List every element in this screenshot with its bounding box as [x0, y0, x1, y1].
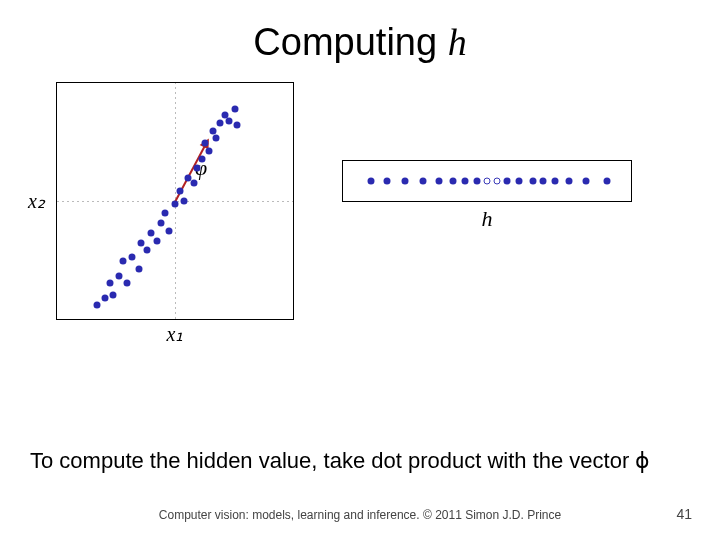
projection-point: [420, 178, 427, 185]
projection-box: [342, 160, 632, 202]
projection-point: [474, 178, 481, 185]
scatter-point: [162, 210, 169, 217]
scatter-point: [172, 201, 179, 208]
scatter-point: [232, 106, 239, 113]
scatter-point: [213, 135, 220, 142]
scatter-point: [206, 148, 213, 155]
scatter-point: [234, 122, 241, 129]
scatter-point: [210, 128, 217, 135]
scatter-point: [102, 295, 109, 302]
projection-point: [530, 178, 537, 185]
projection-point: [436, 178, 443, 185]
caption: To compute the hidden value, take dot pr…: [0, 448, 720, 474]
page-number: 41: [676, 506, 692, 522]
scatter-plot: φ x₂ x₁: [56, 82, 294, 320]
content-row: φ x₂ x₁ h: [0, 82, 720, 320]
scatter-point: [144, 247, 151, 254]
scatter-point: [107, 280, 114, 287]
scatter-point: [217, 120, 224, 127]
scatter-point: [94, 302, 101, 309]
scatter-point: [202, 140, 209, 147]
scatter-point: [199, 156, 206, 163]
caption-text: To compute the hidden value, take dot pr…: [30, 448, 635, 473]
scatter-point: [194, 165, 201, 172]
scatter-point: [158, 220, 165, 227]
scatter-point: [154, 238, 161, 245]
projection-plot: h: [342, 160, 632, 202]
projection-point: [450, 178, 457, 185]
scatter-point: [191, 180, 198, 187]
scatter-point: [226, 118, 233, 125]
scatter-point: [116, 273, 123, 280]
projection-label: h: [482, 206, 493, 232]
projection-point: [566, 178, 573, 185]
projection-point: [368, 178, 375, 185]
scatter-point: [120, 258, 127, 265]
y-axis-label: x₂: [28, 189, 45, 213]
projection-point: [504, 178, 511, 185]
projection-point: [484, 178, 491, 185]
projection-point: [462, 178, 469, 185]
scatter-point: [138, 240, 145, 247]
scatter-point: [148, 230, 155, 237]
scatter-box: φ: [56, 82, 294, 320]
scatter-point: [181, 198, 188, 205]
projection-point: [384, 178, 391, 185]
scatter-point: [110, 292, 117, 299]
scatter-point: [129, 254, 136, 261]
scatter-point: [124, 280, 131, 287]
scatter-point: [166, 228, 173, 235]
scatter-point: [136, 266, 143, 273]
title-var-h: h: [448, 21, 467, 63]
caption-phi: ϕ: [635, 448, 650, 473]
projection-point: [402, 178, 409, 185]
projection-point: [516, 178, 523, 185]
projection-point: [540, 178, 547, 185]
title-text: Computing: [253, 21, 447, 63]
projection-point: [604, 178, 611, 185]
scatter-point: [177, 188, 184, 195]
projection-point: [552, 178, 559, 185]
projection-point: [583, 178, 590, 185]
x-axis-label: x₁: [167, 322, 184, 346]
slide-title: Computing h: [0, 20, 720, 64]
projection-point: [494, 178, 501, 185]
footer-text: Computer vision: models, learning and in…: [0, 508, 720, 522]
